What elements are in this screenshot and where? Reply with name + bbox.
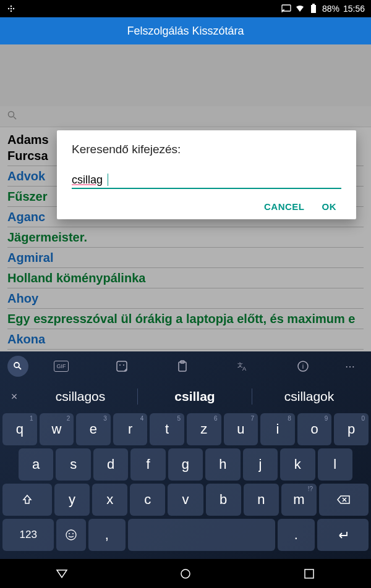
text-cursor — [108, 174, 108, 186]
dialog-input-wrap[interactable]: csillag — [72, 174, 341, 189]
emoji-key[interactable] — [56, 519, 86, 551]
suggestion-bar: × csillagos csillag csillagok — [0, 381, 371, 412]
key-k[interactable]: k — [280, 448, 315, 481]
keyboard-toolbar: GIF 文A i ⋯ — [0, 351, 371, 381]
key-b[interactable]: b — [206, 484, 241, 516]
more-icon[interactable]: ⋯ — [336, 361, 364, 372]
key-c[interactable]: c — [130, 484, 165, 516]
svg-point-1 — [8, 8, 9, 9]
nav-home-icon[interactable] — [173, 561, 198, 586]
close-suggestions-icon[interactable]: × — [5, 390, 23, 403]
key-w[interactable]: w2 — [40, 413, 74, 445]
svg-point-14 — [123, 364, 124, 366]
translate-icon[interactable]: 文A — [215, 361, 270, 372]
key-.[interactable]: . — [278, 519, 315, 551]
svg-point-23 — [66, 530, 76, 540]
key-d[interactable]: d — [93, 448, 128, 481]
key-s[interactable]: s — [56, 448, 90, 481]
search-input[interactable]: csillag — [72, 174, 103, 186]
gif-icon[interactable]: GIF — [33, 361, 89, 372]
app-header: Felszolgálás Kisszótára — [0, 17, 371, 44]
svg-rect-6 — [311, 5, 316, 13]
svg-text:i: i — [302, 363, 304, 370]
key-f[interactable]: f — [130, 448, 165, 481]
svg-point-13 — [119, 364, 121, 366]
key-z[interactable]: z6 — [187, 413, 221, 445]
suggestion-1[interactable]: csillagos — [23, 389, 137, 404]
key-q[interactable]: q1 — [2, 413, 37, 445]
key-m[interactable]: m!? — [281, 484, 317, 516]
key-y[interactable]: y — [54, 484, 90, 516]
page-title: Felszolgálás Kisszótára — [127, 25, 244, 38]
svg-point-4 — [11, 8, 12, 9]
clock: 15:56 — [343, 4, 365, 14]
key-o[interactable]: o9 — [297, 413, 332, 445]
app-indicator-icon — [6, 4, 16, 14]
backspace-key[interactable] — [319, 484, 369, 516]
shift-key[interactable] — [2, 484, 52, 516]
key-v[interactable]: v — [168, 484, 203, 516]
suggestion-3[interactable]: csillagok — [252, 389, 366, 404]
key-i[interactable]: i8 — [260, 413, 295, 445]
key-x[interactable]: x — [92, 484, 127, 516]
svg-point-0 — [11, 6, 12, 7]
dialog-title: Keresendő kifejezés: — [72, 143, 341, 156]
cast-icon — [281, 4, 291, 14]
svg-point-2 — [13, 8, 14, 9]
battery-icon — [309, 4, 318, 14]
cancel-button[interactable]: CANCEL — [264, 201, 305, 212]
suggestion-2[interactable]: csillag — [138, 389, 252, 404]
svg-text:A: A — [242, 366, 246, 372]
nav-back-icon[interactable] — [49, 561, 74, 586]
navigation-bar — [0, 559, 371, 588]
svg-point-24 — [69, 533, 70, 534]
svg-point-10 — [14, 363, 19, 368]
key-e[interactable]: e3 — [76, 413, 111, 445]
key-r[interactable]: r4 — [113, 413, 148, 445]
key-g[interactable]: g — [168, 448, 203, 481]
svg-point-3 — [11, 10, 12, 12]
search-dialog: Keresendő kifejezés: csillag CANCEL OK — [57, 130, 356, 219]
key-l[interactable]: l — [318, 448, 352, 481]
key-j[interactable]: j — [243, 448, 278, 481]
kb-search-icon[interactable] — [7, 356, 28, 377]
key-t[interactable]: t5 — [150, 413, 184, 445]
clipboard-icon[interactable] — [155, 360, 210, 372]
key-a[interactable]: a — [19, 448, 53, 481]
key-n[interactable]: n — [244, 484, 279, 516]
key-u[interactable]: u7 — [224, 413, 258, 445]
svg-rect-7 — [312, 4, 315, 5]
info-icon[interactable]: i — [275, 360, 331, 372]
status-bar: 88% 15:56 — [0, 0, 371, 17]
key-123[interactable]: 123 — [2, 519, 54, 551]
wifi-icon — [295, 4, 305, 14]
nav-recent-icon[interactable] — [297, 561, 322, 586]
space-key[interactable] — [128, 519, 275, 551]
svg-rect-27 — [305, 569, 313, 578]
keyboard: GIF 文A i ⋯ × csillagos csillag csillagok… — [0, 351, 371, 559]
svg-line-11 — [19, 367, 21, 369]
key-,[interactable]: , — [88, 519, 126, 551]
key-p[interactable]: p0 — [334, 413, 369, 445]
sticker-icon[interactable] — [94, 360, 150, 372]
svg-point-25 — [72, 533, 74, 534]
keyboard-rows: q1w2e3r4t5z6u7i8o9p0 asdfghjkl yxcvbnm!?… — [0, 412, 371, 555]
battery-percent: 88% — [322, 4, 339, 14]
enter-key[interactable] — [317, 519, 369, 551]
key-h[interactable]: h — [205, 448, 240, 481]
ok-button[interactable]: OK — [322, 201, 337, 212]
svg-point-26 — [181, 569, 190, 578]
